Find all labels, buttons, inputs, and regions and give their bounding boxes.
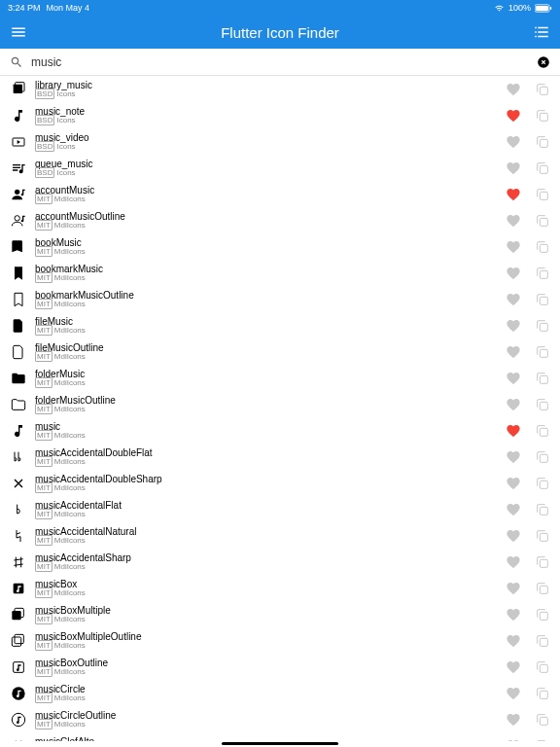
list-item[interactable]: musicAccidentalFlatMITMdiIcons [0,496,560,522]
favorite-button[interactable] [506,449,521,465]
circle-o-icon [8,712,29,728]
copy-button[interactable] [535,82,550,97]
svg-rect-1 [536,5,548,10]
icon-meta: MITMdiIcons [35,642,506,651]
copy-button[interactable] [535,449,550,465]
copy-button[interactable] [535,712,550,728]
copy-button[interactable] [535,213,550,229]
list-item[interactable]: folderMusicMITMdiIcons [0,365,560,391]
favorite-button[interactable] [506,738,521,742]
list-item[interactable]: fileMusicMITMdiIcons [0,312,560,338]
favorite-button[interactable] [506,659,521,675]
box-o-icon [8,659,29,675]
favorite-button[interactable] [506,318,521,334]
svg-rect-30 [12,611,20,620]
copy-button[interactable] [535,344,550,360]
favorite-button[interactable] [506,397,521,412]
copy-button[interactable] [535,239,550,255]
copy-button[interactable] [535,607,550,622]
list-item[interactable]: fileMusicOutlineMITMdiIcons [0,338,560,365]
svg-rect-27 [540,559,547,567]
svg-rect-41 [540,717,547,725]
list-item[interactable]: musicBoxOutlineMITMdiIcons [0,654,560,680]
copy-button[interactable] [535,502,550,517]
favorite-button[interactable] [506,476,521,491]
list-item[interactable]: musicAccidentalSharpMITMdiIcons [0,549,560,575]
favorite-button[interactable] [506,581,521,596]
copy-button[interactable] [535,554,550,570]
copy-button[interactable] [535,528,550,544]
list-item[interactable]: folderMusicOutlineMITMdiIcons [0,391,560,417]
list-item[interactable]: bookmarkMusicMITMdiIcons [0,260,560,286]
list-item[interactable]: queue_musicBSDIcons [0,155,560,181]
icon-name: musicClefAlto [35,736,506,741]
favorite-button[interactable] [506,187,521,202]
svg-rect-25 [540,507,547,515]
favorite-button[interactable] [506,108,521,124]
clear-icon[interactable] [537,55,550,69]
copy-button[interactable] [535,266,550,281]
svg-rect-20 [540,375,547,383]
copy-button[interactable] [535,581,550,596]
list-item[interactable]: musicAccidentalNaturalMITMdiIcons [0,522,560,549]
list-item[interactable]: music_noteBSDIcons [0,102,560,128]
favorite-button[interactable] [506,633,521,649]
copy-button[interactable] [535,108,550,124]
copy-button[interactable] [535,738,550,742]
search-input[interactable] [31,55,529,69]
copy-button[interactable] [535,686,550,701]
favorite-button[interactable] [506,686,521,701]
copy-button[interactable] [535,476,550,491]
icon-meta: MITMdiIcons [35,511,506,519]
copy-button[interactable] [535,187,550,202]
icon-name: fileMusicOutline [35,342,506,353]
svg-point-13 [15,215,19,220]
favorite-button[interactable] [506,344,521,360]
favorite-button[interactable] [506,82,521,97]
list-item[interactable]: music_videoBSDIcons [0,128,560,155]
copy-button[interactable] [535,292,550,307]
status-time: 3:24 PM [8,3,41,13]
list-item[interactable]: musicBoxMITMdiIcons [0,575,560,601]
copy-button[interactable] [535,134,550,150]
list-item[interactable]: accountMusicOutlineMITMdiIcons [0,207,560,233]
favorite-button[interactable] [506,292,521,307]
list-item[interactable]: musicBoxMultipleOutlineMITMdiIcons [0,627,560,654]
favorite-button[interactable] [506,213,521,229]
favorite-button[interactable] [506,239,521,255]
list-item[interactable]: accountMusicMITMdiIcons [0,181,560,207]
copy-button[interactable] [535,371,550,386]
list-item[interactable]: musicMITMdiIcons [0,417,560,444]
favorite-button[interactable] [506,607,521,622]
favorite-button[interactable] [506,134,521,150]
favorite-button[interactable] [506,160,521,176]
copy-button[interactable] [535,160,550,176]
natural-icon [8,528,29,544]
copy-button[interactable] [535,659,550,675]
favorite-button[interactable] [506,528,521,544]
copy-button[interactable] [535,397,550,412]
list-item[interactable]: musicCircleOutlineMITMdiIcons [0,706,560,732]
list-item[interactable]: library_musicBSDIcons [0,76,560,102]
menu-icon[interactable] [10,23,27,41]
favorite-button[interactable] [506,502,521,517]
list-item[interactable]: musicAccidentalDoubleSharpMITMdiIcons [0,470,560,496]
svg-rect-2 [550,7,552,10]
list-item[interactable]: musicAccidentalDoubleFlatMITMdiIcons [0,444,560,470]
copy-button[interactable] [535,633,550,649]
favorite-button[interactable] [506,423,521,439]
list-item[interactable]: musicClefAltoMITMdiIcons [0,732,560,741]
list-item[interactable]: musicBoxMultipleMITMdiIcons [0,601,560,627]
list-item[interactable]: musicCircleMITMdiIcons [0,680,560,706]
view-list-icon[interactable] [533,23,550,41]
copy-button[interactable] [535,318,550,334]
copy-button[interactable] [535,423,550,439]
favorite-button[interactable] [506,554,521,570]
icon-meta: BSDIcons [35,117,506,125]
favorite-button[interactable] [506,712,521,728]
icon-meta: MITMdiIcons [35,694,506,703]
favorite-button[interactable] [506,371,521,386]
list-item[interactable]: bookmarkMusicOutlineMITMdiIcons [0,286,560,312]
favorite-button[interactable] [506,266,521,281]
list-item[interactable]: bookMusicMITMdiIcons [0,233,560,260]
